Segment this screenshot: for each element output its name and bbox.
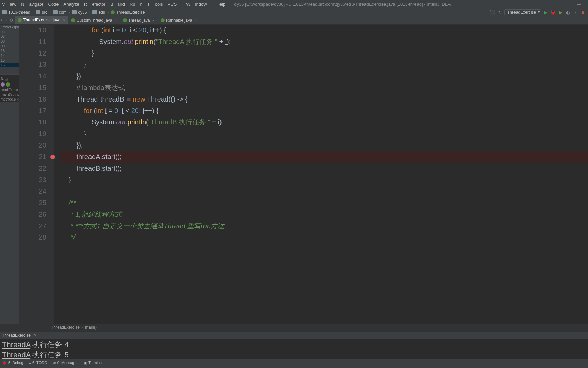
sidebar-item-16[interactable]: 16	[0, 63, 19, 67]
sidebar-item-15[interactable]: 15	[0, 58, 19, 63]
structure-filter-icon[interactable]: ▤	[5, 77, 8, 81]
code-line-20[interactable]: });	[61, 140, 588, 151]
console-output[interactable]: ThreadA 执行任务 4 ThreadA 执行任务 5	[0, 339, 588, 361]
crumb-module[interactable]: 1013-thread	[2, 10, 30, 15]
code-line-10[interactable]: for (int i = 0; i < 20; i++) {	[61, 25, 588, 36]
coverage-icon[interactable]: ▶	[557, 9, 564, 15]
crumb-file[interactable]: ThreadExercise	[111, 10, 145, 15]
line-number[interactable]: 10	[19, 25, 46, 36]
line-number[interactable]: 27	[19, 220, 46, 232]
line-number[interactable]: 20	[19, 140, 46, 151]
line-number[interactable]: 23	[19, 174, 46, 186]
line-number[interactable]: 18	[19, 117, 46, 128]
stop-icon[interactable]: ■	[580, 9, 586, 15]
close-icon[interactable]: ×	[63, 18, 65, 22]
code-line-25[interactable]: /**	[61, 197, 588, 209]
code-line-14[interactable]: });	[61, 71, 588, 82]
debug-icon[interactable]: 🐞	[550, 9, 556, 15]
run-icon[interactable]: ▶	[542, 9, 549, 15]
tab-customthread[interactable]: CustomThread.java×	[68, 16, 120, 24]
code-line-23[interactable]: }	[61, 174, 588, 186]
tool-messages[interactable]: ✉ 0: Messages	[53, 361, 78, 365]
code-editor[interactable]: 10111213141516171819202122232425262728 f…	[19, 25, 588, 324]
menu-window[interactable]: Window	[186, 2, 207, 7]
menu-help[interactable]: Help	[212, 2, 226, 7]
menu-analyze[interactable]: Analyze	[64, 2, 79, 7]
code-line-28[interactable]: */	[61, 232, 588, 243]
menu-vcs[interactable]: VCS	[168, 2, 182, 7]
line-number[interactable]: 11	[19, 36, 46, 48]
settings-icon[interactable]: ⚙	[7, 18, 15, 23]
line-number[interactable]: 12	[19, 48, 46, 59]
line-number[interactable]: 25	[19, 197, 46, 209]
tab-threadexercise[interactable]: ThreadExercise.java×	[15, 16, 68, 24]
close-icon[interactable]: ×	[195, 18, 197, 22]
profile-icon[interactable]: ◐	[565, 9, 571, 15]
line-number[interactable]: 21	[19, 151, 46, 163]
line-number[interactable]: 19	[19, 128, 46, 140]
menu-tools[interactable]: Tools	[147, 2, 163, 7]
code-line-11[interactable]: System.out.println("ThreadA 执行任务 " + i);	[61, 36, 588, 48]
close-icon[interactable]: ×	[152, 18, 154, 22]
menu-view[interactable]: VViewiew	[2, 2, 16, 7]
line-number[interactable]: 24	[19, 186, 46, 197]
minimize-icon[interactable]: —	[577, 2, 581, 7]
sidebar-item-08[interactable]: 08	[0, 39, 19, 44]
crumb-com[interactable]: com	[53, 10, 67, 15]
crumb-class[interactable]: ThreadExercise	[51, 325, 80, 330]
code-content[interactable]: for (int i = 0; i < 20; i++) { System.ou…	[54, 25, 588, 324]
structure-class[interactable]: readExercise	[0, 87, 19, 92]
line-number[interactable]: 26	[19, 209, 46, 220]
code-line-26[interactable]: * 1,创建线程方式	[61, 209, 588, 220]
attach-icon[interactable]: ⋮	[572, 9, 578, 15]
code-line-21[interactable]: threadA.start();	[61, 151, 588, 163]
code-line-19[interactable]: }	[61, 128, 588, 140]
sidebar-item-14[interactable]: 14	[0, 53, 19, 58]
line-number-gutter[interactable]: 10111213141516171819202122232425262728	[19, 25, 50, 324]
output-tab-threadexercise[interactable]: ThreadExercise	[2, 333, 31, 338]
menu-code[interactable]: Code	[48, 2, 59, 7]
structure-sort-icon[interactable]: ⇅	[1, 77, 4, 81]
crumb-src[interactable]: src	[36, 10, 47, 15]
code-line-12[interactable]: }	[61, 48, 588, 59]
crumb-qy36[interactable]: qy36	[72, 10, 87, 15]
tab-runnable[interactable]: Runnable.java×	[158, 16, 200, 24]
line-number[interactable]: 28	[19, 232, 46, 243]
code-line-15[interactable]: // lambda表达式	[61, 82, 588, 94]
code-line-27[interactable]: * ***方式1 自定义一个类去继承Thread 重写run方法	[61, 220, 588, 232]
code-line-24[interactable]	[61, 186, 588, 197]
code-line-16[interactable]: Thread threadB = new Thread(() -> {	[61, 94, 588, 105]
sidebar-item-13[interactable]: 13	[0, 48, 19, 53]
line-number[interactable]: 22	[19, 163, 46, 174]
tool-debug[interactable]: 🐞 5: Debug	[2, 361, 23, 365]
structure-main[interactable]: main(String[	[0, 92, 19, 97]
run-config-selector[interactable]: ThreadExercise	[504, 9, 541, 15]
sidebar-item-07[interactable]: 07	[0, 34, 19, 39]
sidebar-item-09[interactable]: 09	[0, 44, 19, 48]
line-number[interactable]: 14	[19, 71, 46, 82]
structure-method1[interactable]: method1(): v	[0, 97, 19, 102]
menu-build[interactable]: Build	[110, 2, 125, 7]
code-line-18[interactable]: System.out.println("ThreadB 执行任务 " + i);	[61, 117, 588, 128]
back-arrow-icon[interactable]: ↖	[497, 9, 503, 15]
menu-run[interactable]: Run	[130, 2, 143, 7]
code-line-22[interactable]: threadB.start();	[61, 163, 588, 174]
tool-terminal[interactable]: ▣ Terminal	[84, 361, 103, 365]
sidebar-item-ea[interactable]: ea	[0, 29, 19, 34]
fold-gutter[interactable]	[50, 25, 54, 324]
close-icon[interactable]: ×	[34, 333, 36, 338]
line-number[interactable]: 13	[19, 59, 46, 71]
menu-refactor[interactable]: Refactor	[84, 2, 105, 7]
line-number[interactable]: 16	[19, 94, 46, 105]
crumb-method[interactable]: main()	[85, 325, 97, 330]
crumb-edu[interactable]: edu	[92, 10, 105, 15]
close-icon[interactable]: ×	[115, 18, 117, 22]
menu-navigate[interactable]: Navigate	[21, 2, 43, 7]
tab-thread[interactable]: Thread.java×	[120, 16, 158, 24]
project-toggle-icon[interactable]: ⟷	[0, 18, 7, 23]
project-sidebar[interactable]: E:\workspa ea 07 08 09 13 14 15 16 ⇅ ▤ r…	[0, 25, 19, 324]
tool-todo[interactable]: ≡ 6: TODO	[29, 361, 47, 365]
line-number[interactable]: 17	[19, 105, 46, 117]
build-icon[interactable]: ⬛	[489, 9, 495, 15]
breakpoint-icon[interactable]	[50, 155, 55, 159]
